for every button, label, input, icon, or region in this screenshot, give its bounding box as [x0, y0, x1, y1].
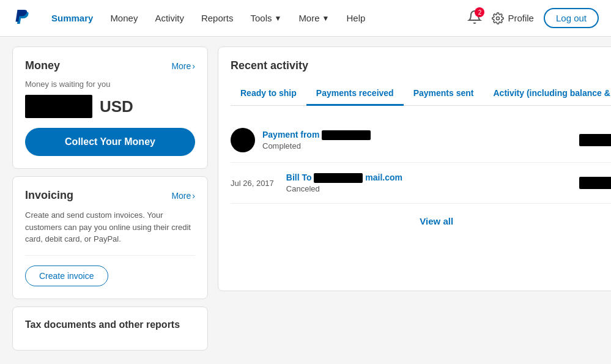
invoice-divider — [25, 255, 195, 256]
nav-tools[interactable]: Tools ▼ — [243, 8, 289, 28]
tab-payments-received[interactable]: Payments received — [306, 82, 404, 106]
money-more-link[interactable]: More › — [171, 61, 195, 71]
svg-point-0 — [497, 17, 500, 20]
money-amount-row: USD — [25, 95, 195, 118]
collect-money-button[interactable]: Collect Your Money — [25, 128, 195, 156]
transaction-left-2: Jul 26, 2017 Bill To mail.com Canceled — [231, 173, 569, 193]
money-currency-label: USD — [100, 97, 133, 116]
invoicing-card: Invoicing More › Create and send custom … — [12, 176, 208, 299]
activity-header: Recent activity More › — [231, 59, 611, 72]
money-card-header: Money More › — [25, 59, 195, 72]
invoicing-card-title: Invoicing — [25, 189, 73, 202]
profile-label: Profile — [508, 13, 534, 23]
activity-tabs: Ready to ship Payments received Payments… — [231, 82, 611, 106]
transaction-right-2: USD — [579, 177, 611, 189]
transaction-row-2: Jul 26, 2017 Bill To mail.com Canceled U… — [231, 163, 611, 204]
transaction-left-1: Payment from Completed — [231, 128, 569, 152]
nav-activity[interactable]: Activity — [147, 8, 191, 28]
activity-card: Recent activity More › Ready to ship Pay… — [218, 46, 611, 291]
navigation: Summary Money Activity Reports Tools ▼ M… — [0, 0, 611, 37]
money-waiting-text: Money is waiting for you — [25, 80, 195, 89]
transaction-info-2: Bill To mail.com Canceled — [286, 173, 569, 193]
left-column: Money More › Money is waiting for you US… — [12, 46, 208, 351]
create-invoice-button[interactable]: Create invoice — [25, 266, 108, 286]
profile-gear[interactable]: Profile — [492, 12, 534, 24]
tab-ready-to-ship[interactable]: Ready to ship — [231, 82, 306, 106]
transaction-right-1: USD — [579, 134, 611, 146]
notifications-bell[interactable]: 2 — [467, 10, 482, 26]
money-card-title: Money — [25, 59, 60, 72]
transaction-info-1: Payment from Completed — [262, 130, 569, 150]
nav-reports[interactable]: Reports — [194, 8, 241, 28]
transaction-amount-redacted-2 — [579, 177, 611, 189]
tools-chevron-icon: ▼ — [274, 14, 281, 23]
nav-summary[interactable]: Summary — [44, 8, 100, 28]
notification-count: 2 — [475, 7, 484, 17]
transaction-name-2[interactable]: Bill To mail.com — [286, 173, 569, 183]
more-chevron-icon: ▼ — [322, 14, 330, 23]
transaction-status-1: Completed — [262, 141, 569, 150]
paypal-logo[interactable] — [12, 9, 32, 28]
nav-help[interactable]: Help — [339, 8, 372, 28]
right-column: Recent activity More › Ready to ship Pay… — [218, 46, 611, 351]
transaction-status-2: Canceled — [286, 184, 569, 193]
main-layout: Money More › Money is waiting for you US… — [0, 37, 611, 360]
activity-title: Recent activity — [231, 59, 308, 72]
nav-right: 2 Profile Log out — [467, 8, 599, 28]
invoicing-more-chevron-icon: › — [192, 191, 195, 201]
money-amount-redacted — [25, 95, 92, 118]
invoicing-more-link[interactable]: More › — [171, 191, 195, 201]
nav-more[interactable]: More ▼ — [291, 8, 336, 28]
view-all-row: View all — [231, 204, 611, 229]
nav-money[interactable]: Money — [103, 8, 145, 28]
transaction-date-2: Jul 26, 2017 — [231, 179, 274, 188]
money-card: Money More › Money is waiting for you US… — [12, 46, 208, 169]
transaction-name-redacted-2 — [314, 173, 363, 183]
nav-links: Summary Money Activity Reports Tools ▼ M… — [44, 8, 467, 28]
money-more-chevron-icon: › — [192, 61, 195, 71]
tab-activity-balance[interactable]: Activity (including balance & fees) — [483, 82, 611, 106]
transaction-avatar-1 — [231, 128, 255, 152]
transaction-name-1[interactable]: Payment from — [262, 130, 569, 140]
transaction-name-redacted-1 — [322, 130, 371, 140]
transaction-amount-redacted-1 — [579, 134, 611, 146]
logout-button[interactable]: Log out — [544, 8, 599, 28]
invoicing-description: Create and send custom invoices. Your cu… — [25, 209, 195, 245]
view-all-link[interactable]: View all — [420, 216, 453, 226]
transaction-row: Payment from Completed USD — [231, 118, 611, 163]
tax-card-header: Tax documents and other reports — [25, 319, 195, 330]
tax-card: Tax documents and other reports — [12, 306, 208, 351]
invoicing-card-header: Invoicing More › — [25, 189, 195, 202]
tax-card-title: Tax documents and other reports — [25, 319, 180, 330]
tab-payments-sent[interactable]: Payments sent — [404, 82, 484, 106]
